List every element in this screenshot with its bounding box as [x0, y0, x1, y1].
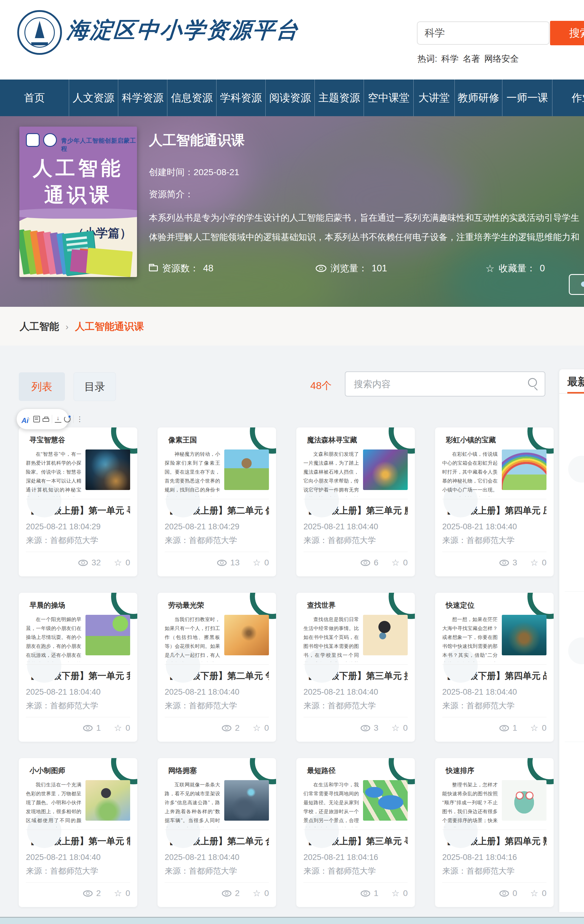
nav-item-8[interactable]: 空中课堂 [364, 79, 414, 116]
nav-item-6[interactable]: 阅读资源 [266, 79, 315, 116]
card-preview: 最短路径 在生活和学习中，我们常常需要寻找两地间的最短路径。无论是从家到学校，还… [304, 758, 408, 830]
preview-text: 互联网就像一条条大路，看不见的城市里架设许多“信息高速公路”，路上奔跑着各种各样… [165, 780, 220, 827]
view-count: 13 [230, 558, 239, 568]
resource-card[interactable]: 网络拥塞 互联网就像一条条大路，看不见的城市里架设许多“信息高速公路”，路上奔跑… [158, 758, 276, 907]
eye-icon [361, 725, 370, 731]
more-options-icon[interactable]: ⋮ [76, 416, 80, 422]
star-icon[interactable]: ☆ [253, 724, 261, 733]
eye-icon [500, 560, 509, 566]
card-stats: 32 ☆ 0 [26, 558, 130, 568]
nav-item-10[interactable]: 教师研修 [455, 79, 502, 116]
card-preview: 劳动最光荣 当我们打扫教室时，如果只有一个人，打扫工作（包括扫地、擦黑板等）会花… [165, 593, 269, 665]
star-icon[interactable]: ☆ [392, 724, 400, 733]
preview-title: 小小制图师 [30, 766, 130, 776]
site-logo-title[interactable]: 海淀区中小学资源平台 [66, 15, 300, 45]
preview-text: 我们生活在一个充满色彩的世界里，万物都呈现了颜色。小明和小伙伴发现地图上，很多相… [26, 780, 81, 827]
nav-item-2[interactable]: 人文资源 [69, 79, 118, 116]
breadcrumb-parent-link[interactable]: 人工智能 [20, 320, 59, 333]
school-seal-logo-icon[interactable] [17, 10, 62, 55]
sidebar-tab-latest[interactable]: 最新 [568, 375, 584, 389]
nav-item-11[interactable]: 一师一课 [502, 79, 553, 116]
star-icon[interactable]: ☆ [114, 558, 122, 567]
view-count: 1 [374, 889, 378, 898]
tab-list-view[interactable]: 列表 [19, 372, 65, 401]
card-divider [165, 717, 269, 717]
nav-item-4[interactable]: 信息资源 [167, 79, 216, 116]
hot-words-label: 热词: [417, 54, 437, 63]
hero-action-button-partial[interactable] [569, 274, 584, 295]
resource-card[interactable]: 查找世界 查找信息是我们日常生活中经常做的事情。比如在书中找某个页码，在图书馆中… [296, 593, 415, 742]
site-header: 海淀区中小学资源平台 搜索 热词:科学名著网络安全 [0, 0, 584, 79]
tab-catalog-view[interactable]: 目录 [74, 372, 116, 401]
nav-item-9[interactable]: 大讲堂 [414, 79, 455, 116]
top-search-button[interactable]: 搜索 [550, 21, 584, 45]
course-cover-image[interactable]: 青少年人工智能创新启蒙工程 人工智能 通识课 （小学篇） [19, 127, 137, 277]
preview-text: 整理书架上，怎样才能快速将杂乱的图书按照“顺序”排成一列呢？不止图书，我们身边还… [442, 780, 498, 827]
card-source: 来源：首都师范大学 [304, 535, 408, 546]
preview-title: 快速定位 [446, 601, 546, 610]
resource-card[interactable]: 快速排序 整理书架上，怎样才能快速将杂乱的图书按照“顺序”排成一列呢？不止图书，… [435, 758, 554, 907]
card-date: 2025-08-21 18:04:40 [165, 853, 269, 862]
nav-item-12[interactable]: 作业 [553, 79, 584, 116]
view-count: 32 [91, 558, 101, 568]
star-icon[interactable]: ☆ [530, 889, 538, 898]
nav-item-3[interactable]: 科学资源 [118, 79, 167, 116]
card-stats: 0 ☆ 0 [442, 889, 546, 898]
card-date: 2025-08-21 18:04:40 [304, 688, 408, 697]
search-icon[interactable] [528, 378, 537, 387]
nav-item-1[interactable]: 首页 [0, 79, 69, 116]
card-date: 2025-08-21 18:04:40 [442, 688, 546, 697]
preview-text: 神秘魔方的转动，小探险家们来到了像素王国。要在这里生存下去，首先需要熟悉这个世界… [165, 449, 220, 497]
card-date: 2025-08-21 18:04:40 [26, 688, 130, 697]
view-count: 2 [235, 889, 240, 898]
resource-card[interactable]: 早晨的操场 在一个阳光明媚的早晨，一年级的小朋友们在操场上尽情玩耍。有的小朋友在… [19, 593, 137, 742]
star-icon[interactable]: ☆ [253, 889, 261, 898]
created-time-row: 创建时间：2025-08-21 [149, 166, 239, 178]
resource-card[interactable]: 劳动最光荣 当我们打扫教室时，如果只有一个人，打扫工作（包括扫地、擦黑板等）会花… [158, 593, 276, 742]
document-translate-icon[interactable] [33, 416, 40, 422]
star-icon[interactable]: ☆ [253, 558, 261, 567]
star-icon[interactable]: ☆ [392, 889, 400, 898]
toolbar-divider [52, 415, 52, 423]
preview-title: 最短路径 [307, 766, 408, 776]
star-icon[interactable]: ☆ [114, 724, 122, 733]
preview-title: 劳动最光荣 [168, 601, 269, 610]
star-icon[interactable]: ☆ [114, 889, 122, 898]
download-icon[interactable]: ↓ [55, 416, 61, 423]
resource-card[interactable]: 快速定位 想一想，如果在茫茫大海中寻找宝藏会怎样？或者想象一下，你要在图书馆中快… [435, 593, 554, 742]
card-source: 来源：首都师范大学 [442, 866, 546, 876]
resource-card[interactable]: 小小制图师 我们生活在一个充满色彩的世界里，万物都呈现了颜色。小明和小伙伴发现地… [19, 758, 137, 907]
nav-item-5[interactable]: 学科资源 [216, 79, 266, 116]
card-source: 来源：首都师范大学 [304, 700, 408, 711]
preview-image [502, 780, 546, 821]
content-search-box [345, 371, 545, 396]
star-icon[interactable]: ☆ [530, 724, 538, 733]
latest-sidebar-panel: 最新 [559, 370, 584, 912]
resource-card[interactable]: 最短路径 在生活和学习中，我们常常需要寻找两地间的最短路径。无论是从家到学校，还… [296, 758, 415, 907]
star-icon[interactable]: ☆ [392, 558, 400, 567]
content-search-input[interactable] [353, 372, 521, 396]
printer-icon[interactable] [43, 418, 49, 422]
star-icon[interactable]: ☆ [530, 558, 538, 567]
resource-card[interactable]: 彩虹小镇的宝藏 在彩虹小镇，传说镇中心的宝箱会在彩虹升起时打开，其中藏着令人羡慕… [435, 427, 554, 576]
card-divider [442, 882, 546, 883]
ai-translate-icon[interactable]: Ai↑ [21, 416, 31, 422]
card-source: 来源：首都师范大学 [26, 535, 130, 546]
hot-word-link[interactable]: 网络安全 [484, 54, 519, 63]
resource-card[interactable]: 魔法森林寻宝藏 文森和朋友们发现了一片魔法森林，为了踏上魔法森林被石堆人挡住，它… [296, 427, 415, 576]
top-search-input[interactable] [417, 21, 549, 45]
nav-item-7[interactable]: 主题资源 [315, 79, 364, 116]
refresh-icon[interactable] [64, 416, 71, 422]
hot-word-link[interactable]: 科学 [441, 54, 459, 63]
breadcrumb-bar: 人工智能 › 人工智能通识课 [0, 307, 584, 345]
card-preview: 快速定位 想一想，如果在茫茫大海中寻找宝藏会怎样？或者想象一下，你要在图书馆中快… [442, 593, 546, 665]
view-count: 1 [96, 723, 101, 733]
resource-card[interactable]: 寻宝智慧谷 在“智慧谷”中，有一群热爱计算机科学的小探险家。传说中说：智慧谷深处… [19, 427, 137, 576]
hot-word-link[interactable]: 名著 [463, 54, 480, 63]
resource-card[interactable]: 像素王国 神秘魔方的转动，小探险家们来到了像素王国。要在这里生存下去，首先需要熟… [158, 427, 276, 576]
card-preview: 早晨的操场 在一个阳光明媚的早晨，一年级的小朋友们在操场上尽情玩耍。有的小朋友在… [26, 593, 130, 665]
eye-icon [217, 560, 227, 566]
preview-image [86, 780, 130, 821]
sidebar-item-thumb [568, 637, 584, 664]
favorite-count: 0 [403, 889, 408, 898]
